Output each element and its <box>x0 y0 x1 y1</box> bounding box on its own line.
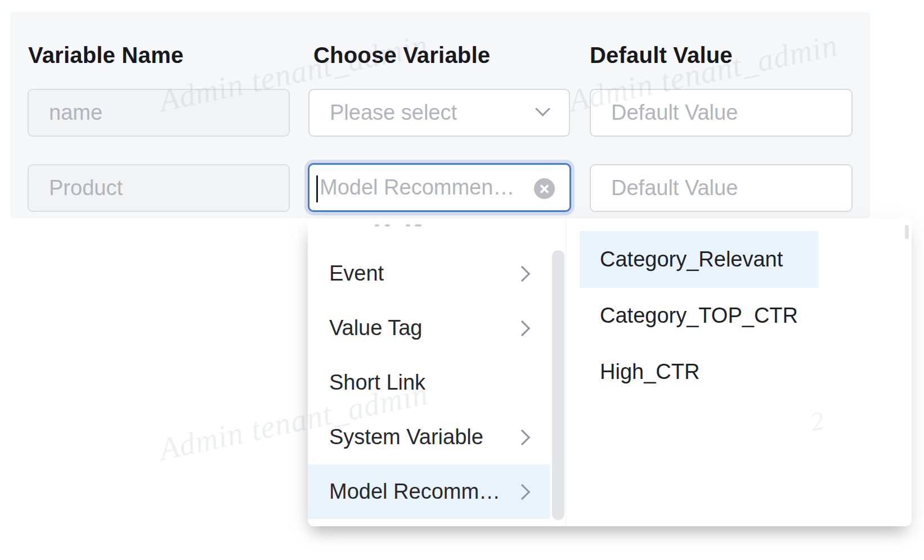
option-label: High_CTR <box>600 360 699 384</box>
cascader-option-category-top-ctr[interactable]: Category_TOP_CTR <box>580 287 820 344</box>
variable-name-placeholder-row1: name <box>29 101 102 125</box>
text-cursor <box>316 175 318 202</box>
variable-name-input-row2[interactable]: Product <box>28 164 290 212</box>
label-variable-name: Variable Name <box>28 43 183 68</box>
cascader-option-event[interactable]: Event <box>308 246 550 301</box>
default-value-placeholder-row1: Default Value <box>591 101 738 125</box>
clipped-item-remnant <box>375 224 379 227</box>
option-label: System Variable <box>329 425 483 449</box>
cascader-option-value-tag[interactable]: Value Tag <box>308 301 550 355</box>
clipped-item-remnant <box>406 224 410 227</box>
variable-name-input-row1[interactable]: name <box>28 89 290 137</box>
option-label: Value Tag <box>329 316 423 340</box>
option-label: Event <box>329 261 384 286</box>
clipped-item-remnant <box>385 224 390 227</box>
clear-icon[interactable] <box>534 178 555 199</box>
option-label: Category_Relevant <box>600 247 783 272</box>
chevron-down-icon <box>537 107 550 115</box>
default-value-input-row2[interactable]: Default Value <box>590 164 853 212</box>
chevron-right-icon <box>514 320 530 336</box>
chevron-right-icon <box>514 265 530 281</box>
level2-scrollbar-thumb[interactable] <box>905 225 909 239</box>
label-choose-variable: Choose Variable <box>313 43 490 68</box>
choose-variable-placeholder-row1: Please select <box>310 101 457 125</box>
option-label: Short Link <box>329 371 425 395</box>
default-value-placeholder-row2: Default Value <box>591 176 738 200</box>
level1-scrollbar-thumb[interactable] <box>552 250 564 520</box>
cascader-option-short-link[interactable]: Short Link <box>308 355 550 410</box>
choose-variable-value-row2: Model Recommen… <box>310 175 514 200</box>
cascader-level2-menu: Category_Relevant Category_TOP_CTR High_… <box>566 219 912 526</box>
cascader-option-model-recommendation[interactable]: Model Recomm… <box>308 464 550 519</box>
cascader-dropdown: Event Value Tag Short Link System Variab… <box>308 219 912 526</box>
cascader-option-high-ctr[interactable]: High_CTR <box>580 344 722 400</box>
label-default-value: Default Value <box>590 43 733 68</box>
cascader-option-system-variable[interactable]: System Variable <box>308 410 550 464</box>
option-label: Model Recomm… <box>329 480 500 504</box>
clipped-item-remnant <box>415 224 421 227</box>
choose-variable-select-row1[interactable]: Please select <box>308 89 570 137</box>
choose-variable-select-row2-focused[interactable]: Model Recommen… <box>308 163 571 212</box>
screen: Variable Name Choose Variable Default Va… <box>0 0 924 560</box>
chevron-right-icon <box>514 429 530 445</box>
chevron-right-icon <box>514 484 530 499</box>
cascader-level1-menu: Event Value Tag Short Link System Variab… <box>308 219 566 526</box>
cascader-option-category-relevant[interactable]: Category_Relevant <box>580 231 818 288</box>
option-label: Category_TOP_CTR <box>600 304 798 328</box>
variable-name-placeholder-row2: Product <box>29 176 123 200</box>
default-value-input-row1[interactable]: Default Value <box>590 89 853 137</box>
